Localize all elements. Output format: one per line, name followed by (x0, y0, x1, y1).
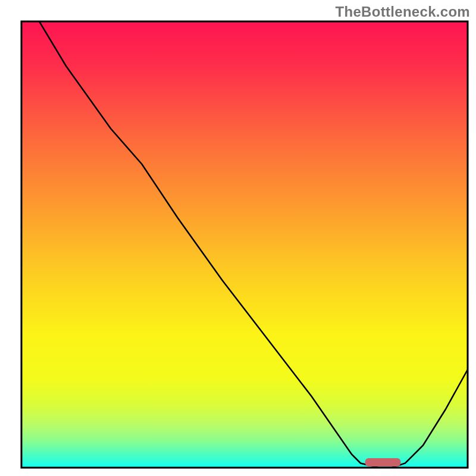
bottleneck-chart: TheBottleneck.com (0, 0, 476, 476)
optimal-bar-marker (365, 458, 401, 466)
chart-svg (0, 0, 476, 476)
plot-background-gradient (21, 21, 468, 468)
